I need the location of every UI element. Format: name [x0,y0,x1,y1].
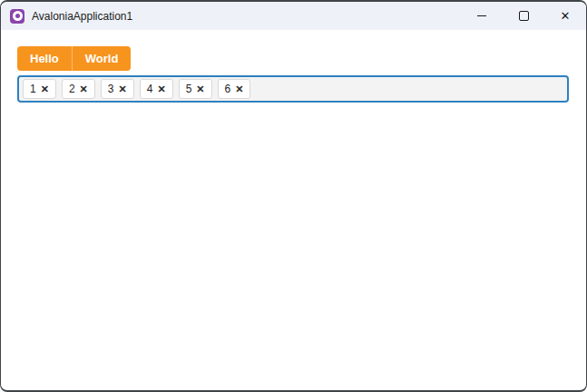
close-icon: ✕ [157,83,165,94]
maximize-button[interactable] [503,2,544,30]
maximize-icon [519,11,529,21]
close-icon: ✕ [196,83,204,94]
tag-item[interactable]: 6 ✕ [218,79,251,99]
tag-remove-button[interactable]: ✕ [235,84,243,94]
close-icon: ✕ [561,10,571,22]
tag-label: 3 [108,83,114,94]
minimize-icon [477,15,486,16]
tag-remove-button[interactable]: ✕ [80,84,88,94]
tag-item[interactable]: 2 ✕ [62,79,95,99]
minimize-button[interactable] [461,2,503,30]
tag-item[interactable]: 5 ✕ [179,79,212,99]
close-icon: ✕ [235,83,243,94]
toolbar: Hello World [17,46,131,71]
close-icon: ✕ [80,83,88,94]
tag-remove-button[interactable]: ✕ [196,84,204,94]
hello-button[interactable]: Hello [17,46,72,71]
main-content: Hello World 1 ✕ 2 ✕ 3 ✕ [1,30,586,103]
tag-remove-button[interactable]: ✕ [157,84,165,94]
tag-label: 2 [69,83,75,94]
tag-label: 6 [225,83,231,94]
close-icon: ✕ [41,83,49,94]
tag-label: 5 [186,83,192,94]
window-controls: ✕ [461,2,586,30]
app-window: AvaloniaApplication1 ✕ Hello World 1 ✕ [0,0,587,392]
window-title: AvaloniaApplication1 [32,10,132,23]
titlebar[interactable]: AvaloniaApplication1 ✕ [1,2,586,30]
tag-item[interactable]: 3 ✕ [101,79,134,99]
tag-item[interactable]: 4 ✕ [140,79,173,99]
tag-input-box[interactable]: 1 ✕ 2 ✕ 3 ✕ 4 ✕ [17,75,569,103]
close-button[interactable]: ✕ [544,2,586,30]
tag-item[interactable]: 1 ✕ [23,79,56,99]
tag-remove-button[interactable]: ✕ [41,84,49,94]
tag-label: 1 [30,83,36,94]
tag-remove-button[interactable]: ✕ [119,84,127,94]
avalonia-logo-icon [10,9,24,24]
world-button[interactable]: World [72,46,132,71]
tag-label: 4 [147,83,153,94]
close-icon: ✕ [119,83,127,94]
